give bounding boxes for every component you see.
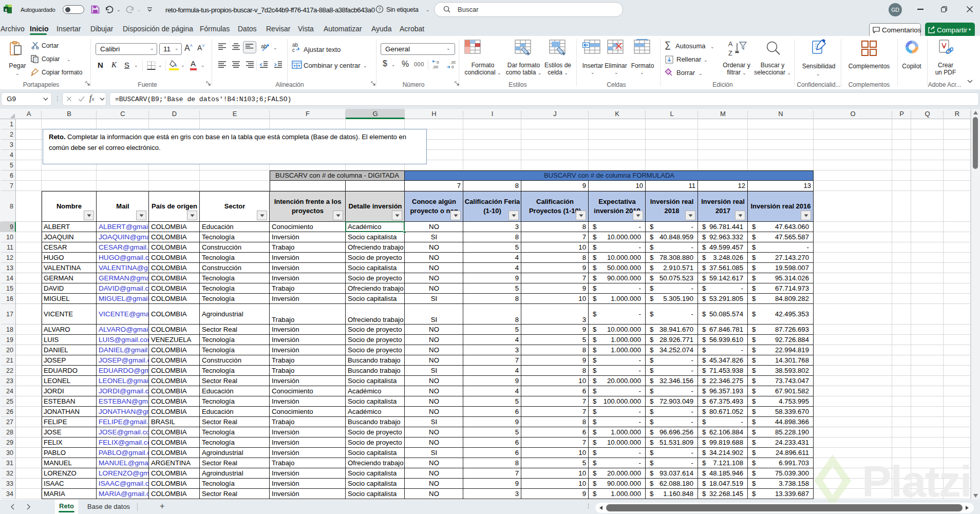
svg-text:c: c (292, 47, 295, 52)
svg-text:0: 0 (451, 65, 454, 69)
svg-text:0: 0 (437, 60, 439, 65)
svg-text:,00: ,00 (450, 60, 456, 65)
svg-text:?: ? (378, 7, 381, 12)
svg-text:Z: Z (728, 50, 732, 56)
svg-text:Platzi: Platzi (862, 456, 971, 500)
svg-text:,00: ,00 (432, 65, 439, 69)
svg-text:x: x (5, 7, 7, 12)
svg-text:ab: ab (261, 43, 267, 49)
svg-text:A: A (728, 41, 733, 48)
